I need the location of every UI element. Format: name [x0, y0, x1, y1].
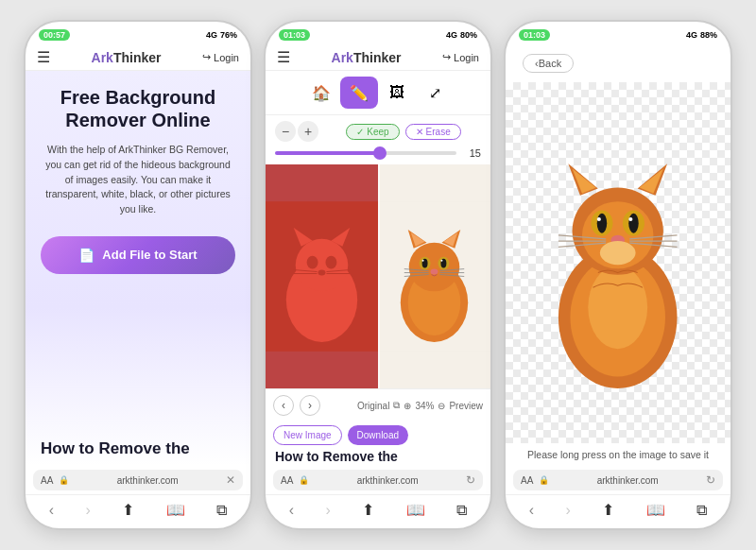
cat-natural-svg [378, 164, 490, 388]
svg-point-26 [431, 269, 438, 275]
logo-thinker-1: Thinker [113, 50, 162, 65]
lock-icon-3: 🔒 [539, 475, 549, 485]
main-desc-1: With the help of ArkThinker BG Remover, … [41, 143, 235, 217]
svg-point-5 [307, 256, 318, 269]
download-button[interactable]: Download [348, 425, 408, 445]
zoom-plus-btn[interactable]: + [298, 121, 318, 142]
redo-btn[interactable]: › [300, 395, 320, 416]
status-time-3: 01:03 [519, 29, 550, 41]
refresh-icon-2[interactable]: ↻ [466, 473, 475, 487]
editor-tools-row: − + ✓ Keep ✕ Erase [266, 115, 490, 147]
keep-button[interactable]: ✓ Keep [346, 124, 399, 140]
preview-label: Preview [449, 401, 483, 411]
x-erase-icon: ✕ [416, 127, 423, 137]
logo-1: ArkThinker [92, 50, 162, 65]
bookmarks-icon-1[interactable]: 📖 [166, 501, 185, 519]
svg-point-45 [629, 214, 639, 233]
svg-point-2 [296, 239, 349, 292]
signal-3: 4G [686, 30, 697, 40]
status-right-3: 4G 88% [686, 30, 717, 40]
refresh-icon-3[interactable]: ↻ [706, 473, 715, 487]
undo-btn[interactable]: ‹ [273, 395, 294, 416]
address-text-1: arkthinker.com [75, 475, 220, 486]
erase-button[interactable]: ✕ Erase [405, 124, 461, 140]
brush-slider[interactable] [275, 151, 456, 155]
phone2: 01:03 4G 80% ☰ ArkThinker ↪ Login 🏠 ✏️ 🖼… [264, 20, 492, 530]
lock-icon-1: 🔒 [59, 475, 69, 485]
editor-action-buttons: New Image Download [273, 425, 408, 445]
login-icon-1: ↪ [202, 51, 211, 63]
share-icon-2[interactable]: ⬆ [362, 501, 374, 519]
login-label-1: Login [214, 52, 239, 63]
login-btn-2[interactable]: ↪ Login [442, 51, 479, 63]
address-bar-1: AA 🔒 arkthinker.com ✕ [33, 470, 243, 490]
svg-point-7 [318, 270, 326, 276]
back-nav-icon-2[interactable]: ‹ [289, 502, 294, 519]
cat-red-svg [266, 164, 378, 388]
new-image-button[interactable]: New Image [273, 425, 342, 445]
aa-label-1: AA [41, 475, 53, 486]
zoom-buttons: − + [275, 121, 318, 142]
login-btn-1[interactable]: ↪ Login [202, 51, 239, 63]
status-bar-3: 01:03 4G 88% [506, 22, 730, 44]
section-title-2: How to Remove the [266, 447, 490, 466]
back-label: Back [539, 58, 561, 69]
hamburger-icon-1[interactable]: ☰ [37, 48, 50, 66]
phone1-content: Free Background Remover Online With the … [26, 71, 250, 466]
logo-ark-1: Ark [92, 50, 113, 65]
forward-nav-icon-2[interactable]: › [326, 502, 331, 519]
editor-images-area [266, 164, 490, 388]
zoom-percent: 34% [415, 401, 434, 411]
save-hint-text: Please long press on the image to save i… [506, 443, 730, 466]
main-title-1: Free Background Remover Online [41, 86, 235, 131]
keep-erase-tools: ✓ Keep ✕ Erase [326, 124, 481, 140]
browser-nav-3: ‹ › ⬆ 📖 ⧉ [506, 494, 730, 528]
brush-thumb[interactable] [373, 146, 387, 160]
back-nav-icon[interactable]: ‹ [49, 502, 54, 519]
editor-left-panel [266, 164, 378, 388]
phone3: 01:03 4G 88% ‹ Back [504, 20, 732, 530]
bookmarks-icon-3[interactable]: 📖 [646, 501, 665, 519]
close-tab-icon-1[interactable]: ✕ [226, 473, 235, 487]
logo-ark-2: Ark [332, 50, 353, 65]
svg-point-6 [325, 256, 336, 269]
status-time-1: 00:57 [39, 29, 70, 41]
tabs-icon-3[interactable]: ⧉ [696, 502, 707, 519]
toolbar-edit-icon[interactable]: ✏️ [340, 77, 378, 109]
status-bar-2: 01:03 4G 80% [266, 22, 490, 44]
address-bar-2: AA 🔒 arkthinker.com ↻ [273, 470, 483, 490]
svg-point-25 [440, 260, 442, 262]
status-right-1: 4G 76% [206, 30, 237, 40]
aa-label-2: AA [281, 475, 293, 486]
toolbar-compare-icon[interactable]: 🖼 [378, 77, 416, 109]
toolbar-original-icon[interactable]: 🏠 [302, 77, 340, 109]
add-file-label: Add File to Start [102, 248, 197, 262]
bookmarks-icon-2[interactable]: 📖 [406, 501, 425, 519]
brush-row: 15 [266, 147, 490, 164]
browser-nav-1: ‹ › ⬆ 📖 ⧉ [26, 494, 250, 528]
lock-icon-2: 🔒 [299, 475, 309, 485]
battery-2: 80% [460, 30, 477, 40]
share-icon-3[interactable]: ⬆ [602, 501, 614, 519]
add-file-button[interactable]: 📄 Add File to Start [41, 236, 235, 274]
tabs-icon-1[interactable]: ⧉ [216, 502, 227, 519]
hamburger-icon-2[interactable]: ☰ [277, 48, 290, 66]
toolbar-fullscreen-icon[interactable]: ⤢ [416, 77, 454, 109]
forward-nav-icon-3[interactable]: › [566, 502, 571, 519]
back-button[interactable]: ‹ Back [523, 54, 574, 73]
forward-nav-icon[interactable]: › [86, 502, 91, 519]
keep-label: Keep [367, 127, 388, 137]
editor-right-panel [378, 164, 490, 388]
back-nav-icon-3[interactable]: ‹ [529, 502, 534, 519]
status-right-2: 4G 80% [446, 30, 477, 40]
tabs-icon-2[interactable]: ⧉ [456, 502, 467, 519]
svg-point-49 [600, 241, 636, 265]
nav-bar-1: ☰ ArkThinker ↪ Login [26, 44, 250, 71]
battery-3: 88% [700, 30, 717, 40]
svg-point-47 [629, 217, 633, 221]
editor-arrows: ‹ › [273, 395, 320, 416]
editor-zoom-info: Original ⧉ ⊕ 34% ⊖ Preview [357, 400, 483, 411]
share-icon-1[interactable]: ⬆ [122, 501, 134, 519]
zoom-minus-btn[interactable]: − [275, 121, 296, 142]
erase-label: Erase [426, 127, 451, 137]
